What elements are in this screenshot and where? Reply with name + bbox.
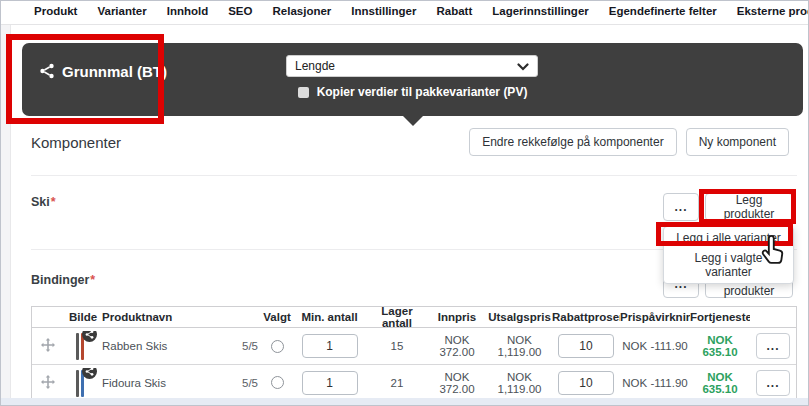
lager-antall: 15: [367, 340, 427, 352]
component-label-ski: Ski*: [31, 195, 56, 209]
prispavirkning: NOK -111.90: [620, 377, 690, 389]
header-valgt: Valgt: [262, 311, 292, 323]
variants-ratio: 5/5: [237, 340, 262, 352]
tab-seo[interactable]: SEO: [223, 1, 257, 24]
move-icon: [41, 375, 55, 389]
bilde-cell: [64, 368, 102, 398]
share-badge-icon[interactable]: [82, 368, 97, 379]
innpris: NOK 372.00: [427, 371, 487, 395]
lager-antall: 21: [367, 377, 427, 389]
table-row-fidoura-skis: Fidoura Skis 5/5 21 NOK 372.00 NOK 1,119…: [32, 364, 796, 400]
move-icon: [41, 338, 55, 352]
prispavirkning: NOK -111.90: [620, 340, 690, 352]
product-thumbnail: [72, 368, 94, 398]
bilde-cell: [64, 331, 102, 361]
valgt-radio[interactable]: [271, 340, 284, 353]
rabattprosent-input[interactable]: [558, 371, 614, 395]
row-actions-cell: ...: [750, 370, 796, 396]
tab-relasjoner[interactable]: Relasjoner: [268, 1, 337, 24]
left-gutter: [1, 25, 11, 405]
ski-more-button[interactable]: ...: [663, 193, 699, 221]
valgt-cell: [262, 376, 292, 389]
component-name: Ski: [31, 195, 50, 209]
share-badge-icon[interactable]: [82, 331, 97, 342]
min-antall-cell: [292, 371, 367, 395]
utsalgspris: NOK 1,119.00: [487, 334, 552, 358]
copy-values-checkbox[interactable]: [298, 87, 309, 98]
copy-values-label: Kopier verdier til pakkevarianter (PV): [317, 85, 528, 99]
active-variant-pointer: [402, 115, 424, 126]
table-header-row: Bilde Produktnavn Valgt Min. antall Lage…: [32, 307, 796, 328]
cursor-pointer-icon: [757, 234, 789, 272]
header-prispavirkning: Prispåvirkning: [620, 311, 690, 323]
fortjeneste: NOK 635.10: [690, 371, 750, 395]
table-row-rabben-skis: Rabben Skis 5/5 15 NOK 372.00 NOK 1,119.…: [32, 328, 796, 364]
tab-egendefinerte-felter[interactable]: Egendefinerte felter: [604, 1, 722, 24]
header-produktnavn: Produktnavn: [102, 311, 237, 323]
tab-innhold[interactable]: Innhold: [162, 1, 214, 24]
ski-add-products-button[interactable]: Legg produkter: [705, 193, 793, 221]
component-label-bindinger: Bindinger*: [31, 273, 95, 287]
rabattprosent-input[interactable]: [558, 334, 614, 358]
section-divider: [31, 175, 797, 176]
utsalgspris: NOK 1,119.00: [487, 371, 552, 395]
header-lager-antall: Lager antall: [367, 305, 427, 329]
ski-graphic: [76, 333, 79, 360]
row-actions-cell: ...: [750, 333, 796, 359]
variant-title: Grunnmal (BT): [62, 63, 167, 80]
row-more-button[interactable]: ...: [756, 333, 790, 359]
attribute-select-value: Lengde: [295, 59, 517, 73]
min-antall-input[interactable]: [302, 371, 358, 395]
row-more-button[interactable]: ...: [756, 370, 790, 396]
new-component-button[interactable]: Ny komponent: [686, 128, 789, 156]
product-name: Fidoura Skis: [102, 377, 237, 389]
drag-handle[interactable]: [32, 338, 64, 354]
tab-varianter[interactable]: Varianter: [92, 1, 151, 24]
rabattprosent-cell: [552, 334, 620, 358]
component-name: Bindinger: [31, 273, 89, 287]
product-thumbnail: [72, 331, 94, 361]
top-tab-bar: Produkt Varianter Innhold SEO Relasjoner…: [1, 1, 809, 25]
variant-header-bar: Grunnmal (BT) Lengde Kopier verdier til …: [22, 43, 803, 116]
innpris: NOK 372.00: [427, 334, 487, 358]
product-editor-screen: Produkt Varianter Innhold SEO Relasjoner…: [0, 0, 809, 406]
valgt-radio[interactable]: [271, 376, 284, 389]
components-products-table: Bilde Produktnavn Valgt Min. antall Lage…: [31, 306, 797, 401]
tab-lagerinnstillinger[interactable]: Lagerinnstillinger: [487, 1, 594, 24]
rabattprosent-cell: [552, 371, 620, 395]
tab-rabatt[interactable]: Rabatt: [431, 1, 477, 24]
chevron-down-icon: [517, 57, 529, 75]
required-mark: *: [51, 195, 56, 209]
header-fortjeneste: Fortjeneste: [690, 311, 750, 323]
tab-produkt[interactable]: Produkt: [29, 1, 82, 24]
components-section-title: Komponenter: [31, 134, 121, 151]
min-antall-input[interactable]: [302, 334, 358, 358]
header-innpris: Innpris: [427, 311, 487, 323]
bottom-strip: [1, 398, 809, 405]
fortjeneste: NOK 635.10: [690, 334, 750, 358]
reorder-components-button[interactable]: Endre rekkefølge på komponenter: [469, 128, 676, 156]
header-bilde: Bilde: [64, 311, 102, 323]
product-name: Rabben Skis: [102, 340, 237, 352]
tab-innstillinger[interactable]: Innstillinger: [346, 1, 421, 24]
attribute-select[interactable]: Lengde: [286, 55, 538, 77]
header-utsalgspris: Utsalgspris: [487, 311, 552, 323]
tab-eksterne-produktkataloger[interactable]: Eksterne produktkataloger: [732, 1, 809, 24]
variants-ratio: 5/5: [237, 377, 262, 389]
drag-handle[interactable]: [32, 375, 64, 391]
share-icon: [39, 63, 55, 79]
required-mark: *: [90, 273, 95, 287]
ski-graphic: [76, 370, 79, 397]
header-min-antall: Min. antall: [292, 311, 367, 323]
copy-values-row: Kopier verdier til pakkevarianter (PV): [22, 85, 803, 99]
min-antall-cell: [292, 334, 367, 358]
header-rabattprosent: Rabattprosent: [552, 311, 620, 323]
valgt-cell: [262, 339, 292, 352]
